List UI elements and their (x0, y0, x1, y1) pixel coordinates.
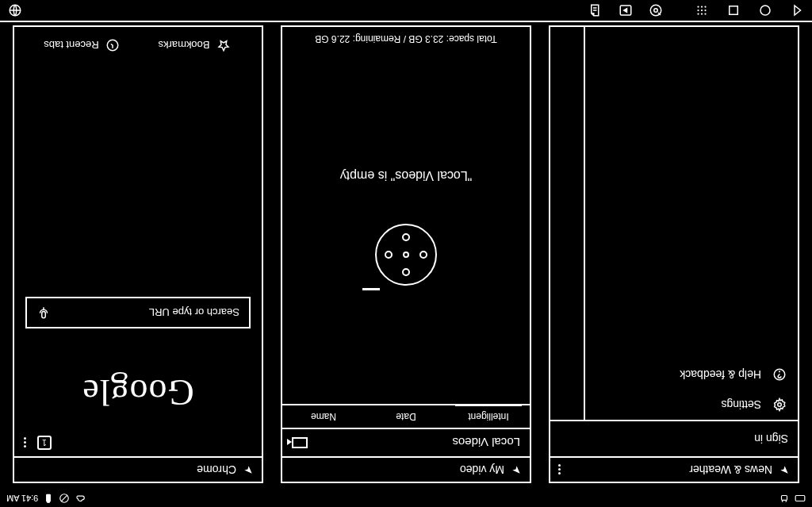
svg-rect-3 (782, 496, 787, 501)
mic-icon[interactable] (36, 305, 51, 320)
svg-point-24 (704, 6, 706, 7)
nav-bar (0, 0, 812, 22)
cursor-icon (779, 464, 790, 475)
help-icon (772, 367, 787, 382)
film-reel-icon (375, 225, 437, 286)
search-placeholder: Search or type URL (149, 307, 239, 319)
status-bar: 9:41 AM (0, 490, 812, 507)
video-tabs: Intelligent Date Name (282, 404, 530, 428)
gear-icon (772, 398, 787, 412)
news-sidebar (550, 27, 585, 420)
chrome-panel: Chrome 1 Google Search or type URL (13, 25, 263, 483)
svg-point-21 (704, 10, 706, 11)
video-empty-state: "Local Videos" is empty (282, 51, 530, 404)
svg-point-25 (701, 6, 703, 7)
svg-line-7 (61, 495, 67, 501)
svg-point-20 (697, 13, 699, 14)
android-icon (779, 493, 790, 504)
recent-tabs-button[interactable]: Recent tabs (25, 27, 138, 63)
svg-rect-8 (47, 494, 51, 501)
tab-name[interactable]: Name (282, 405, 365, 428)
video-title-bar[interactable]: My video (282, 456, 530, 482)
bookmarks-button[interactable]: Bookmarks (138, 27, 251, 63)
help-item[interactable]: Help & feedback (585, 359, 798, 390)
my-video-panel: My video Local Videos Intelligent Date N… (281, 25, 531, 483)
settings-item[interactable]: Settings (585, 390, 798, 420)
signin-label: Sign in (754, 432, 788, 445)
news-weather-panel: News & Weather Sign in Settings (549, 25, 799, 483)
empty-text: "Local Videos" is empty (340, 169, 473, 183)
svg-point-16 (760, 6, 770, 15)
storage-text: Total space: 23.3 GB / Remaining: 22.6 G… (282, 27, 530, 51)
video-title: My video (460, 463, 504, 476)
video-sub-label: Local Videos (452, 436, 520, 450)
cursor-icon (243, 464, 254, 475)
bookmarks-label: Bookmarks (158, 40, 209, 52)
news-title: News & Weather (689, 463, 772, 476)
recent-label: Recent tabs (44, 40, 98, 52)
chrome-title: Chrome (197, 463, 236, 476)
tab-count[interactable]: 1 (37, 436, 52, 450)
status-time: 9:41 AM (6, 494, 38, 503)
document-icon[interactable] (588, 3, 603, 17)
svg-rect-9 (48, 501, 49, 502)
svg-point-23 (697, 10, 699, 11)
battery-icon (43, 493, 54, 504)
svg-point-12 (779, 371, 780, 372)
svg-point-10 (778, 403, 782, 407)
svg-line-4 (786, 501, 787, 502)
tab-date[interactable]: Date (365, 405, 447, 428)
camera-icon[interactable] (292, 437, 308, 448)
search-input[interactable]: Search or type URL (25, 297, 251, 328)
svg-point-26 (697, 6, 699, 7)
svg-point-22 (701, 10, 703, 11)
apps-icon[interactable] (695, 3, 709, 17)
clock-icon (105, 38, 120, 52)
keyboard-icon (795, 493, 806, 504)
back-icon[interactable] (790, 3, 804, 17)
news-title-bar[interactable]: News & Weather (550, 456, 798, 482)
svg-rect-13 (42, 312, 46, 318)
cloud-icon (75, 493, 86, 504)
home-icon[interactable] (758, 3, 772, 17)
star-icon (216, 38, 231, 52)
chrome-menu-icon[interactable] (24, 438, 26, 448)
cursor-icon (511, 464, 522, 475)
svg-point-18 (704, 13, 706, 14)
tab-intelligent[interactable]: Intelligent (447, 405, 530, 428)
svg-line-5 (782, 501, 783, 502)
record-icon[interactable] (649, 3, 663, 17)
google-logo: Google (82, 371, 193, 413)
svg-rect-17 (730, 6, 738, 15)
settings-label: Settings (721, 398, 761, 411)
play-icon[interactable] (619, 3, 633, 17)
globe-icon[interactable] (8, 3, 22, 17)
video-subheader: Local Videos (282, 428, 530, 456)
signin-row[interactable]: Sign in (550, 420, 798, 456)
no-sim-icon (59, 493, 70, 504)
svg-rect-0 (795, 496, 805, 501)
svg-point-28 (654, 9, 658, 13)
more-icon[interactable] (558, 465, 561, 475)
chrome-title-bar[interactable]: Chrome (14, 456, 262, 482)
help-label: Help & feedback (680, 368, 761, 381)
recents-icon[interactable] (726, 3, 741, 17)
svg-point-19 (701, 13, 703, 14)
